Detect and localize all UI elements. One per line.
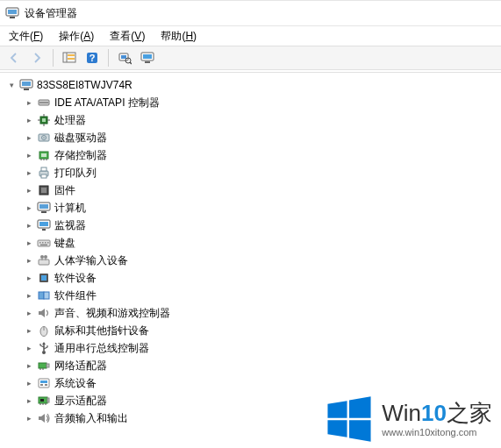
toolbar: ? [0, 46, 501, 70]
tree-category-node[interactable]: ▸软件设备 [23, 269, 501, 287]
tree-category-label: 打印队列 [54, 166, 97, 181]
tree-category-node[interactable]: ▸人体学输入设备 [23, 252, 501, 269]
menu-view[interactable]: 查看(V) [104, 27, 150, 46]
tree-category-label: 软件组件 [54, 288, 97, 303]
svg-rect-49 [42, 229, 46, 231]
svg-rect-78 [45, 384, 47, 386]
expand-toggle[interactable]: ▸ [23, 254, 35, 267]
expand-toggle[interactable]: ▸ [23, 149, 35, 161]
tree-category-node[interactable]: ▸键盘 [23, 234, 501, 252]
svg-rect-76 [40, 380, 47, 383]
tree-category-node[interactable]: ▸音频输入和输出 [23, 409, 501, 427]
tree-category-node[interactable]: ▸鼠标和其他指针设备 [23, 322, 501, 339]
expand-toggle[interactable]: ▸ [23, 272, 35, 284]
expand-toggle[interactable]: ▸ [23, 359, 35, 372]
tree-category-node[interactable]: ▸存储控制器 [23, 146, 501, 164]
svg-rect-71 [39, 363, 47, 368]
tree-category-node[interactable]: ▸网络适配器 [23, 357, 501, 374]
svg-marker-65 [39, 309, 45, 317]
svg-rect-45 [39, 204, 48, 209]
tree-category-node[interactable]: ▸计算机 [23, 199, 501, 217]
audio-icon [37, 306, 51, 320]
tree-category-node[interactable]: ▸打印队列 [23, 164, 501, 181]
tree-category-node[interactable]: ▸监视器 [23, 217, 501, 234]
expand-toggle[interactable]: ▸ [23, 167, 35, 179]
expand-toggle[interactable]: ▸ [23, 307, 35, 319]
tree-area[interactable]: ▾ 83SS8EI8TWJV74R ▸IDE ATA/ATAPI 控制器▸处理器… [0, 72, 501, 448]
tree-category-node[interactable]: ▸IDE ATA/ATAPI 控制器 [23, 94, 501, 111]
svg-rect-35 [41, 153, 47, 157]
menu-file[interactable]: 文件(F) [4, 27, 48, 46]
menu-help[interactable]: 帮助(H) [155, 27, 202, 46]
tree-root-label: 83SS8EI8TWJV74R [37, 79, 132, 91]
svg-point-57 [40, 255, 44, 259]
svg-point-33 [43, 137, 45, 139]
tree-category-node[interactable]: ▸系统设备 [23, 374, 501, 392]
scan-hardware-button[interactable] [114, 47, 135, 68]
tree-category-label: 声音、视频和游戏控制器 [54, 306, 170, 321]
expand-toggle[interactable]: ▸ [23, 219, 35, 231]
help-button[interactable]: ? [82, 47, 103, 68]
svg-rect-72 [47, 364, 49, 367]
svg-line-12 [130, 62, 132, 64]
usb-icon [37, 341, 51, 355]
svg-rect-10 [121, 55, 126, 59]
svg-rect-2 [10, 17, 15, 18]
expand-toggle[interactable]: ▸ [23, 395, 35, 407]
svg-rect-15 [145, 61, 150, 63]
expand-toggle[interactable]: ▸ [23, 132, 35, 144]
svg-rect-6 [68, 58, 75, 60]
expand-toggle[interactable]: ▸ [23, 289, 35, 302]
app-icon [5, 6, 19, 20]
toolbar-separator [53, 49, 54, 67]
expand-toggle[interactable]: ▸ [23, 96, 35, 109]
svg-rect-55 [40, 245, 47, 246]
svg-rect-14 [143, 54, 152, 59]
system-device-icon [37, 376, 51, 390]
ide-controller-icon [37, 96, 51, 110]
expand-toggle[interactable]: ▸ [23, 202, 35, 214]
svg-rect-77 [40, 384, 43, 386]
menu-action[interactable]: 操作(A) [54, 27, 99, 46]
svg-rect-52 [42, 242, 44, 244]
tree-category-label: 处理器 [54, 113, 86, 128]
expand-toggle[interactable]: ▸ [23, 342, 35, 354]
svg-rect-18 [24, 89, 29, 90]
expand-toggle[interactable]: ▸ [23, 184, 35, 196]
expand-toggle[interactable]: ▸ [23, 237, 35, 249]
svg-rect-41 [41, 174, 47, 178]
tree-category-label: 固件 [54, 183, 75, 198]
display-adapter-icon [37, 394, 51, 408]
tree-category-node[interactable]: ▸软件组件 [23, 287, 501, 304]
expand-toggle[interactable]: ▸ [23, 377, 35, 389]
expand-toggle[interactable]: ▸ [23, 114, 35, 126]
svg-rect-40 [41, 167, 47, 171]
tree-category-node[interactable]: ▸显示适配器 [23, 392, 501, 409]
hid-icon [37, 253, 51, 267]
tree-category-node[interactable]: ▸处理器 [23, 111, 501, 129]
devices-monitor-button[interactable] [137, 47, 158, 68]
tree-category-label: 键盘 [54, 236, 75, 251]
svg-marker-85 [39, 414, 45, 423]
svg-rect-5 [68, 54, 75, 56]
network-adapter-icon [37, 359, 51, 373]
tree-category-node[interactable]: ▸通用串行总线控制器 [23, 339, 501, 357]
tree-category-node[interactable]: ▸磁盘驱动器 [23, 129, 501, 146]
svg-rect-26 [42, 118, 46, 122]
expand-toggle[interactable]: ▸ [23, 412, 35, 424]
mouse-icon [37, 324, 51, 338]
show-hidden-button[interactable] [59, 47, 80, 68]
expand-toggle[interactable]: ▾ [5, 79, 18, 91]
svg-marker-70 [42, 342, 46, 345]
tree-category-node[interactable]: ▸声音、视频和游戏控制器 [23, 304, 501, 322]
software-component-icon [37, 288, 51, 302]
tree-root-node[interactable]: ▾ 83SS8EI8TWJV74R [5, 76, 501, 94]
tree-category-label: 存储控制器 [54, 148, 107, 163]
tree-category-label: 网络适配器 [54, 359, 107, 373]
toolbar-separator [108, 49, 109, 67]
disk-drive-icon [37, 131, 51, 145]
forward-button[interactable] [26, 47, 47, 68]
expand-toggle[interactable]: ▸ [23, 324, 35, 337]
tree-category-node[interactable]: ▸固件 [23, 181, 501, 199]
back-button[interactable] [4, 47, 25, 68]
